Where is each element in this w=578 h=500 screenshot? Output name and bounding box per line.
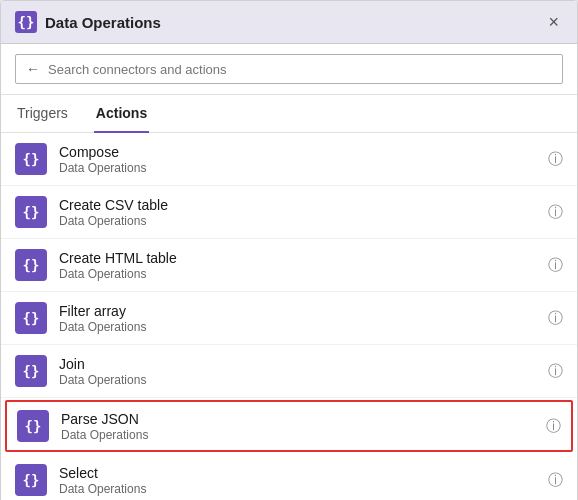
close-button[interactable]: × <box>544 11 563 33</box>
search-input-wrap: ← <box>15 54 563 84</box>
action-item-join[interactable]: {} Join Data Operations ⓘ <box>1 345 577 398</box>
action-sub-create-html: Data Operations <box>59 267 540 281</box>
action-sub-join: Data Operations <box>59 373 540 387</box>
action-icon-filter-array: {} <box>15 302 47 334</box>
action-sub-create-csv: Data Operations <box>59 214 540 228</box>
info-icon-parse-json[interactable]: ⓘ <box>538 417 561 436</box>
action-text-parse-json: Parse JSON Data Operations <box>61 411 538 442</box>
action-item-select[interactable]: {} Select Data Operations ⓘ <box>1 454 577 500</box>
actions-list: {} Compose Data Operations ⓘ {} Create C… <box>1 133 577 500</box>
info-icon-create-csv[interactable]: ⓘ <box>540 203 563 222</box>
info-icon-join[interactable]: ⓘ <box>540 362 563 381</box>
action-name-join: Join <box>59 356 540 372</box>
action-name-create-html: Create HTML table <box>59 250 540 266</box>
dialog-title: Data Operations <box>45 14 161 31</box>
header-left: {} Data Operations <box>15 11 161 33</box>
action-item-create-html[interactable]: {} Create HTML table Data Operations ⓘ <box>1 239 577 292</box>
action-item-parse-json[interactable]: {} Parse JSON Data Operations ⓘ <box>5 400 573 452</box>
action-text-select: Select Data Operations <box>59 465 540 496</box>
search-input[interactable] <box>48 62 552 77</box>
action-icon-select: {} <box>15 464 47 496</box>
action-text-filter-array: Filter array Data Operations <box>59 303 540 334</box>
action-text-create-csv: Create CSV table Data Operations <box>59 197 540 228</box>
action-name-filter-array: Filter array <box>59 303 540 319</box>
action-name-create-csv: Create CSV table <box>59 197 540 213</box>
info-icon-create-html[interactable]: ⓘ <box>540 256 563 275</box>
action-sub-compose: Data Operations <box>59 161 540 175</box>
tab-actions[interactable]: Actions <box>94 95 149 133</box>
action-icon-parse-json: {} <box>17 410 49 442</box>
search-bar: ← <box>1 44 577 95</box>
header-icon-symbol: {} <box>18 14 35 30</box>
back-arrow-icon[interactable]: ← <box>26 61 40 77</box>
action-item-compose[interactable]: {} Compose Data Operations ⓘ <box>1 133 577 186</box>
action-name-compose: Compose <box>59 144 540 160</box>
action-text-compose: Compose Data Operations <box>59 144 540 175</box>
action-icon-create-csv: {} <box>15 196 47 228</box>
header-icon: {} <box>15 11 37 33</box>
action-text-join: Join Data Operations <box>59 356 540 387</box>
action-text-create-html: Create HTML table Data Operations <box>59 250 540 281</box>
action-sub-filter-array: Data Operations <box>59 320 540 334</box>
tab-triggers[interactable]: Triggers <box>15 95 70 133</box>
action-item-filter-array[interactable]: {} Filter array Data Operations ⓘ <box>1 292 577 345</box>
action-sub-parse-json: Data Operations <box>61 428 538 442</box>
info-icon-filter-array[interactable]: ⓘ <box>540 309 563 328</box>
dialog-header: {} Data Operations × <box>1 1 577 44</box>
info-icon-select[interactable]: ⓘ <box>540 471 563 490</box>
action-name-select: Select <box>59 465 540 481</box>
tabs-bar: Triggers Actions <box>1 95 577 133</box>
action-sub-select: Data Operations <box>59 482 540 496</box>
dialog: {} Data Operations × ← Triggers Actions … <box>0 0 578 500</box>
info-icon-compose[interactable]: ⓘ <box>540 150 563 169</box>
action-icon-create-html: {} <box>15 249 47 281</box>
action-item-create-csv[interactable]: {} Create CSV table Data Operations ⓘ <box>1 186 577 239</box>
action-icon-join: {} <box>15 355 47 387</box>
action-icon-compose: {} <box>15 143 47 175</box>
action-name-parse-json: Parse JSON <box>61 411 538 427</box>
